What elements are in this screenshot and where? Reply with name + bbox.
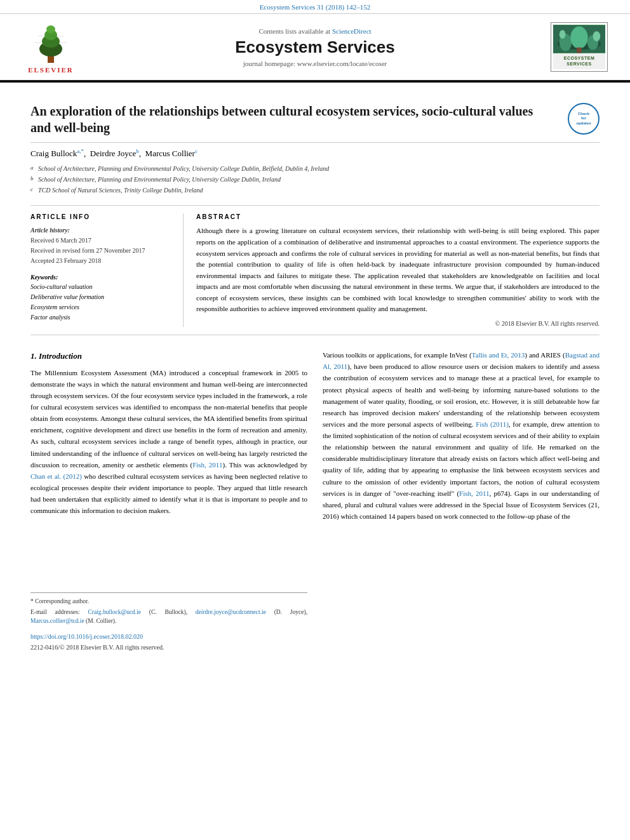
keyword-3: Ecosystem services	[30, 302, 170, 312]
main-content: An exploration of the relationships betw…	[0, 83, 630, 665]
email-1-name: (C. Bullock),	[149, 609, 187, 615]
col-divider	[183, 213, 184, 327]
ecosystem-services-logo: ECOSYSTEMSERVICES	[551, 22, 608, 72]
check-updates-badge: Checkforupdates	[568, 103, 600, 135]
email-3-link[interactable]: Marcus.collier@tcd.ie	[30, 618, 84, 624]
chan-text: Chan	[30, 472, 45, 480]
ecosystem-logo-area: ECOSYSTEMSERVICES	[541, 22, 617, 72]
journal-title: Ecosystem Services	[89, 37, 541, 57]
keyword-1: Socio-cultural valuation	[30, 282, 170, 292]
chan-2012-link[interactable]: Chan et al. (2012)	[30, 472, 82, 480]
bagstad-2011-link[interactable]: Bagstad and Al, 2011	[323, 351, 600, 370]
affil-1: a School of Architecture, Planning and E…	[30, 164, 600, 173]
keywords-header: Keywords:	[30, 274, 170, 281]
accepted-date: Accepted 23 February 2018	[30, 256, 170, 266]
section-1-title: 1. Introduction	[30, 349, 307, 363]
article-title-section: An exploration of the relationships betw…	[30, 93, 600, 143]
elsevier-wordmark: ELSEVIER	[28, 66, 74, 74]
author-1: Craig Bullocka,*	[30, 149, 84, 158]
keyword-4: Factor analysis	[30, 312, 170, 323]
svg-point-10	[570, 26, 587, 48]
fish-2011-link-2[interactable]: Fish (2011)	[476, 420, 509, 428]
abstract-col: ABSTRACT Although there is a growing lit…	[196, 213, 600, 327]
affil-3: c TCD School of Natural Sciences, Trinit…	[30, 185, 600, 195]
journal-bar: Ecosystem Services 31 (2018) 142–152	[0, 0, 630, 14]
body-para-1: The Millennium Ecosystem Assessment (MA)…	[30, 367, 307, 517]
fish-2011-link-1[interactable]: Fish, 2011	[192, 461, 222, 469]
svg-point-14	[593, 31, 600, 41]
svg-rect-12	[577, 48, 582, 53]
authors-line: Craig Bullocka,*, Deirdre Joyceb, Marcus…	[30, 143, 600, 161]
body-col-right: Various toolkits or applications, for ex…	[323, 349, 600, 653]
affil-3-text: TCD School of Natural Sciences, Trinity …	[38, 185, 203, 195]
journal-citation: Ecosystem Services 31 (2018) 142–152	[260, 3, 371, 11]
check-updates-label: Checkforupdates	[576, 112, 591, 126]
abstract-header: ABSTRACT	[196, 213, 600, 220]
abstract-copyright: © 2018 Elsevier B.V. All rights reserved…	[196, 320, 600, 327]
email-1-link[interactable]: Craig.bullock@ucd.ie	[88, 609, 141, 615]
article-info-abstract: ARTICLE INFO Article history: Received 6…	[30, 205, 600, 335]
email-2-link[interactable]: deirdre.joyce@ucdconnect.ie	[196, 609, 266, 615]
was-acknowledged-text: was acknowledged	[244, 461, 298, 469]
abstract-text: Although there is a growing literature o…	[196, 225, 600, 315]
article-info-header: ARTICLE INFO	[30, 213, 170, 220]
email-2-name: (D. Joyce),	[274, 609, 307, 615]
affil-2: b School of Architecture, Planning and E…	[30, 175, 600, 184]
body-para-2: Various toolkits or applications, for ex…	[323, 349, 600, 522]
email-3-name: (M. Collier).	[86, 618, 116, 624]
keyword-2: Deliberative value formation	[30, 292, 170, 302]
history-label: Article history:	[30, 225, 170, 236]
elsevier-logo: ELSEVIER	[13, 20, 89, 74]
svg-point-13	[560, 30, 566, 39]
body-content: 1. Introduction The Millennium Ecosystem…	[30, 342, 600, 653]
contents-line: Contents lists available at ScienceDirec…	[89, 27, 541, 35]
doi-footer: https://doi.org/10.1016/j.ecoser.2018.02…	[30, 632, 307, 653]
affiliations: a School of Architecture, Planning and E…	[30, 161, 600, 199]
journal-title-area: Contents lists available at ScienceDirec…	[89, 27, 541, 67]
article-info-col: ARTICLE INFO Article history: Received 6…	[30, 213, 170, 327]
article-title: An exploration of the relationships betw…	[30, 103, 558, 136]
footnote-corresponding: * Corresponding author.	[30, 597, 307, 606]
eco-logo-label: ECOSYSTEMSERVICES	[564, 56, 594, 67]
sciencedirect-link[interactable]: ScienceDirect	[332, 27, 372, 35]
affil-1-text: School of Architecture, Planning and Env…	[38, 164, 329, 173]
elsevier-tree-icon	[25, 20, 76, 65]
received-date: Received 6 March 2017	[30, 236, 170, 246]
elsevier-logo-area: ELSEVIER	[13, 20, 89, 74]
affil-2-text: School of Architecture, Planning and Env…	[38, 175, 281, 184]
tallis-2013-link[interactable]: Tallis and Et, 2013	[472, 351, 525, 359]
author-2: Deirdre Joyceb	[90, 149, 139, 158]
doi-copyright: 2212-0416/© 2018 Elsevier B.V. All right…	[30, 643, 307, 653]
body-col-left: 1. Introduction The Millennium Ecosystem…	[30, 349, 307, 653]
journal-homepage: journal homepage: www.elsevier.com/locat…	[89, 60, 541, 67]
revised-date: Received in revised form 27 November 201…	[30, 246, 170, 256]
keywords-section: Keywords: Socio-cultural valuation Delib…	[30, 274, 170, 323]
fish-2011-link-3[interactable]: Fish, 2011	[459, 490, 489, 497]
doi-link[interactable]: https://doi.org/10.1016/j.ecoser.2018.02…	[30, 633, 143, 640]
eco-logo-graphic	[553, 25, 605, 53]
author-3: Marcus Collierc	[145, 149, 198, 158]
article-history: Article history: Received 6 March 2017 R…	[30, 225, 170, 266]
footnotes-area: * Corresponding author. E-mail addresses…	[30, 592, 307, 625]
eco-logo-text-area: ECOSYSTEMSERVICES	[553, 53, 605, 69]
eco-logo-image	[553, 25, 605, 53]
svg-point-4	[46, 25, 55, 33]
email-label: E-mail addresses:	[30, 609, 80, 615]
page-header: ELSEVIER Contents lists available at Sci…	[0, 14, 630, 81]
footnote-emails: E-mail addresses: Craig.bullock@ucd.ie (…	[30, 608, 307, 626]
